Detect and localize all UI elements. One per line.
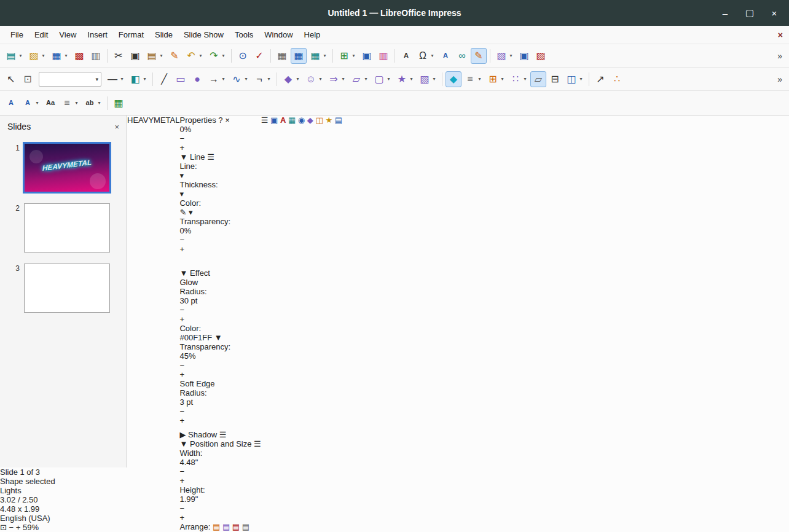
line-section-header[interactable]: ▼ Line ☰ bbox=[179, 152, 261, 162]
distribute-button[interactable]: ∷▾ bbox=[508, 71, 530, 87]
section-menu-icon[interactable]: ☰ bbox=[254, 439, 261, 448]
dropdown-arrow-icon[interactable]: ▾ bbox=[198, 53, 203, 58]
export-pdf-button[interactable]: ▩ bbox=[71, 48, 87, 64]
increase-button[interactable]: + bbox=[179, 244, 261, 254]
anchor-button[interactable]: ▦ bbox=[111, 95, 127, 111]
clone-formatting-button[interactable]: ✎ bbox=[167, 48, 183, 64]
slides-panel-close-icon[interactable]: × bbox=[114, 122, 119, 131]
dropdown-arrow-icon[interactable]: ▾ bbox=[119, 76, 125, 82]
shadow-button[interactable]: ▱ bbox=[530, 71, 546, 87]
dropdown-arrow-icon[interactable]: ▾ bbox=[508, 53, 514, 58]
dropdown-arrow-icon[interactable]: ▾ bbox=[221, 53, 226, 58]
dropdown-arrow-icon[interactable]: ▾ bbox=[318, 76, 323, 82]
menu-insert[interactable]: Insert bbox=[82, 28, 113, 42]
dropdown-arrow-icon[interactable]: ▾ bbox=[522, 76, 528, 82]
line-transparency-input[interactable]: 0% bbox=[179, 226, 261, 235]
tab-gallery[interactable]: ▦ bbox=[288, 115, 296, 125]
statusbar-master-name[interactable]: Lights bbox=[0, 486, 789, 495]
zoom-fit-icon[interactable]: ⊡ bbox=[0, 523, 7, 532]
display-grid-button[interactable]: ▦ bbox=[274, 48, 290, 64]
select-button[interactable]: ↖ bbox=[3, 71, 19, 87]
font-name-combobox[interactable]: ▾ bbox=[39, 72, 101, 87]
dropdown-arrow-icon[interactable]: ▾ bbox=[179, 189, 184, 198]
toggle-extrusion-button[interactable]: ◆ bbox=[446, 71, 461, 87]
close-button[interactable]: × bbox=[768, 8, 780, 18]
undo-button[interactable]: ↶▾ bbox=[183, 48, 205, 64]
symbol-shapes-button[interactable]: ☺▾ bbox=[303, 71, 325, 87]
line-spacing-button[interactable]: ≡▾ bbox=[59, 95, 81, 111]
width-input[interactable]: 4.48" bbox=[179, 458, 261, 467]
toolbar-overflow-button[interactable]: » bbox=[774, 51, 786, 61]
maximize-button[interactable]: ▢ bbox=[744, 7, 756, 18]
flowchart-button[interactable]: ▱▾ bbox=[348, 71, 371, 87]
sidebar-menu-button[interactable]: ☰ bbox=[261, 115, 269, 125]
panel-close-icon[interactable]: × bbox=[225, 115, 230, 125]
arrange-objects-button[interactable]: ⊞▾ bbox=[485, 71, 507, 87]
open-button[interactable]: ▨▾ bbox=[26, 48, 48, 64]
fontwork-shape[interactable]: HEAVYMETAL bbox=[127, 115, 179, 125]
increase-button[interactable]: + bbox=[179, 416, 261, 425]
tab-navigator[interactable]: ◉ bbox=[298, 115, 305, 125]
dropdown-arrow-icon[interactable]: ▾ bbox=[63, 53, 69, 58]
decrease-button[interactable]: − bbox=[179, 134, 261, 143]
dropdown-arrow-icon[interactable]: ▾ bbox=[430, 53, 435, 58]
transparency-slider-value[interactable]: 0% bbox=[179, 125, 261, 134]
minimize-button[interactable]: – bbox=[719, 8, 731, 18]
rectangle-button[interactable]: ▭ bbox=[173, 71, 189, 87]
dropdown-arrow-icon[interactable]: ▾ bbox=[409, 76, 414, 82]
zoom-out-button[interactable]: − bbox=[9, 523, 14, 532]
soft-edge-radius-input[interactable]: 3 pt bbox=[179, 397, 261, 407]
spelling-button[interactable]: ✓ bbox=[251, 48, 267, 64]
section-menu-icon[interactable]: ☰ bbox=[219, 430, 227, 439]
menu-view[interactable]: View bbox=[53, 28, 82, 42]
increase-button[interactable]: + bbox=[179, 315, 261, 324]
dropdown-arrow-icon[interactable]: ▾ bbox=[295, 76, 300, 82]
change-case-button[interactable]: Aa bbox=[42, 95, 58, 111]
tab-properties[interactable]: ▣ bbox=[270, 115, 278, 125]
special-character-button[interactable]: Ω▾ bbox=[415, 48, 437, 64]
line-style-select[interactable]: ▾ bbox=[179, 171, 261, 180]
tab-master-slides[interactable]: ▤ bbox=[335, 115, 342, 125]
duplicate-slide-button[interactable]: ▣ bbox=[516, 48, 532, 64]
dropdown-arrow-icon[interactable]: ▾ bbox=[578, 76, 584, 82]
line-style-button[interactable]: —▾ bbox=[104, 71, 127, 87]
tab-animation[interactable]: ★ bbox=[325, 115, 332, 125]
menu-format[interactable]: Format bbox=[113, 28, 149, 42]
dropdown-arrow-icon[interactable]: ▾ bbox=[179, 171, 184, 180]
insert-image-button[interactable]: ▣ bbox=[359, 48, 375, 64]
dropdown-arrow-icon[interactable]: ▾ bbox=[221, 76, 226, 82]
connector-button[interactable]: ¬▾ bbox=[251, 71, 273, 87]
zoom-in-button[interactable]: + bbox=[16, 523, 21, 532]
dropdown-arrow-icon[interactable]: ▾ bbox=[96, 100, 102, 106]
dropdown-arrow-icon[interactable]: ▾ bbox=[159, 53, 164, 58]
dropdown-arrow-icon[interactable]: ▾ bbox=[351, 53, 356, 58]
effect-section-header[interactable]: ▼ Effect bbox=[179, 268, 261, 278]
menu-tools[interactable]: Tools bbox=[229, 28, 259, 42]
stars-banners-button[interactable]: ★▾ bbox=[394, 71, 416, 87]
tab-styles[interactable]: A bbox=[280, 115, 286, 125]
hyperlink-button[interactable]: ∞ bbox=[454, 48, 470, 64]
slide-editing-canvas[interactable]: HEAVYMETAL bbox=[127, 115, 179, 125]
redo-button[interactable]: ↷▾ bbox=[206, 48, 228, 64]
slide-thumbnail-1[interactable]: HEAVYMETAL bbox=[24, 143, 110, 192]
dropdown-arrow-icon[interactable]: ▾ bbox=[477, 76, 482, 82]
decrease-button[interactable]: − bbox=[179, 361, 261, 370]
show-draw-functions-button[interactable]: ✎ bbox=[471, 48, 487, 64]
slide-thumbnail-3[interactable] bbox=[24, 264, 110, 313]
menu-file[interactable]: File bbox=[5, 28, 29, 42]
position-size-section-header[interactable]: ▼ Position and Size ☰ bbox=[179, 439, 261, 448]
edit-points-button[interactable]: ↗ bbox=[592, 71, 608, 87]
decrease-button[interactable]: − bbox=[179, 407, 261, 416]
insert-text-box-button[interactable]: A bbox=[398, 48, 414, 64]
curve-button[interactable]: ∿▾ bbox=[229, 71, 251, 87]
glue-points-button[interactable]: ∴ bbox=[609, 71, 625, 87]
basic-shapes-button[interactable]: ◆▾ bbox=[280, 71, 302, 87]
dropdown-arrow-icon[interactable]: ▾ bbox=[189, 208, 193, 217]
zoom-level[interactable]: 59% bbox=[23, 523, 39, 532]
decrease-button[interactable]: − bbox=[179, 235, 261, 244]
dropdown-arrow-icon[interactable]: ▾ bbox=[340, 76, 346, 82]
dropdown-arrow-icon[interactable]: ▾ bbox=[266, 76, 272, 82]
glow-transparency-input[interactable]: 45% bbox=[179, 351, 261, 361]
character-spacing-button[interactable]: ab▾ bbox=[82, 95, 104, 111]
paste-button[interactable]: ▤▾ bbox=[144, 48, 166, 64]
